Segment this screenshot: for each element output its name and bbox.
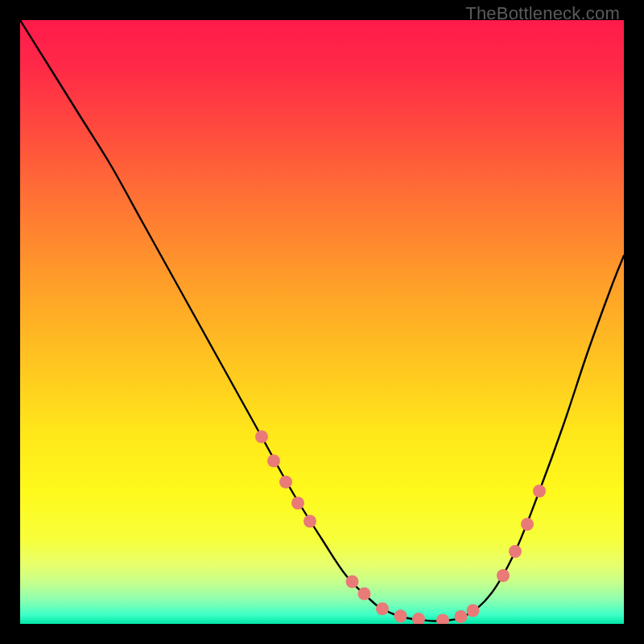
plot-area (20, 20, 624, 624)
highlight-dot (509, 545, 522, 558)
highlight-dot (358, 588, 371, 601)
highlight-dot (412, 613, 425, 624)
chart-overlay (20, 20, 624, 624)
highlight-dot (255, 431, 268, 444)
watermark-text: TheBottleneck.com (465, 3, 620, 24)
highlight-dot (394, 609, 407, 622)
highlight-dot (303, 515, 316, 528)
highlight-dot (267, 455, 280, 468)
highlight-dots (255, 431, 546, 625)
highlight-dot (497, 569, 510, 582)
highlight-dot (291, 497, 304, 510)
highlight-dot (521, 518, 534, 530)
highlight-dot (455, 610, 468, 623)
highlight-dot (346, 576, 359, 588)
bottleneck-curve (20, 20, 624, 621)
highlight-dot (467, 605, 480, 617)
highlight-dot (533, 485, 546, 497)
highlight-dot (436, 614, 449, 625)
highlight-dot (376, 602, 389, 615)
outer-frame: TheBottleneck.com (0, 0, 644, 644)
highlight-dot (279, 476, 292, 489)
